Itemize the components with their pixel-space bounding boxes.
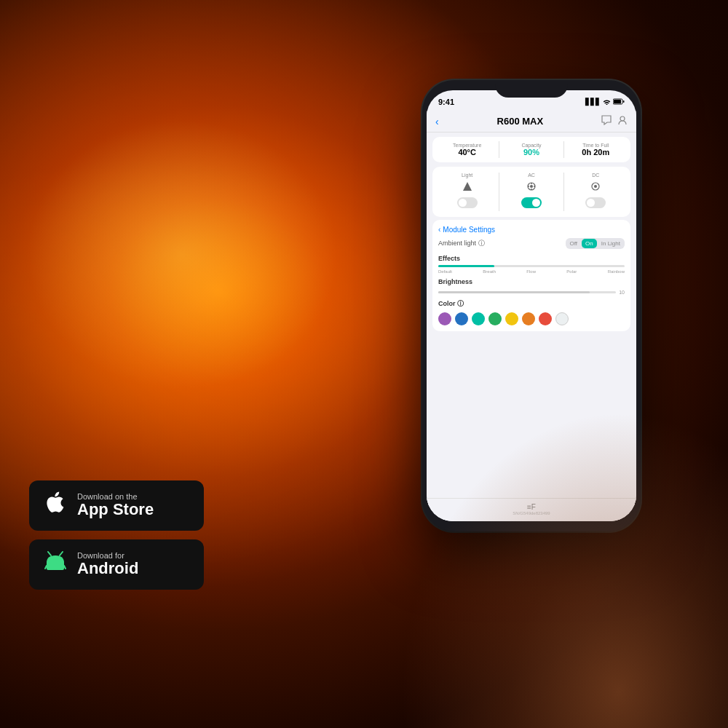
svg-rect-8 — [623, 100, 625, 103]
android-store-text: Download for Android — [77, 551, 138, 577]
stats-row: Temperature 40°C Capacity 90% Time to Fu… — [432, 137, 630, 162]
effect-default: Default — [438, 269, 452, 274]
svg-marker-10 — [463, 182, 472, 191]
capacity-label: Capacity — [502, 143, 560, 148]
dc-control: DC — [564, 173, 628, 211]
color-green[interactable] — [488, 312, 502, 325]
effect-polar: Polar — [566, 269, 577, 274]
temperature-value: 40°C — [438, 148, 496, 157]
effects-slider[interactable] — [438, 265, 625, 267]
brand-logo: ≡F — [427, 503, 636, 511]
color-label: Color ⓘ — [438, 299, 625, 309]
brightness-label: Brightness — [438, 278, 472, 285]
android-large-text: Android — [77, 560, 138, 577]
brightness-slider[interactable] — [438, 291, 616, 293]
effects-label: Effects — [438, 255, 625, 262]
apple-icon — [42, 489, 68, 522]
dc-icon — [567, 181, 625, 194]
time-to-full-value: 0h 20m — [567, 148, 625, 157]
ambient-on-btn[interactable]: On — [582, 239, 597, 248]
effect-flow: Flow — [526, 269, 536, 274]
light-control: Light — [435, 173, 499, 211]
account-icon[interactable] — [617, 115, 628, 127]
ac-control: AC — [499, 173, 563, 211]
ambient-off-btn[interactable]: Off — [566, 239, 582, 248]
device-title: R600 MAX — [497, 116, 544, 127]
module-back-icon: ‹ — [438, 226, 440, 234]
android-store-button[interactable]: Download for Android — [29, 539, 204, 590]
time-to-full-stat: Time to Full 0h 20m — [564, 141, 628, 158]
color-row: Color ⓘ — [438, 299, 625, 325]
time-to-full-label: Time to Full — [567, 143, 625, 148]
battery-icon — [613, 98, 625, 106]
svg-point-14 — [594, 185, 597, 188]
brightness-row: Brightness — [438, 278, 625, 285]
effect-rainbow: Rainbow — [608, 269, 625, 274]
wifi-icon — [603, 98, 611, 106]
dc-label: DC — [567, 173, 625, 178]
effects-labels: Default Breath Flow Polar Rainbow — [438, 269, 625, 274]
temperature-label: Temperature — [438, 143, 496, 148]
color-blue[interactable] — [455, 312, 468, 325]
effect-breath: Breath — [483, 269, 496, 274]
ac-icon — [502, 181, 560, 194]
phone-notch — [495, 80, 568, 98]
store-buttons: Download on the App Store Download for A… — [29, 480, 204, 590]
app-store-large-text: App Store — [77, 501, 154, 518]
phone-screen: 9:41 ▋▋▋ ‹ R600 MA — [427, 90, 636, 521]
svg-rect-7 — [614, 100, 621, 103]
color-orange[interactable] — [522, 312, 535, 325]
color-teal[interactable] — [472, 312, 485, 325]
status-icons: ▋▋▋ — [585, 98, 625, 106]
svg-line-5 — [64, 566, 66, 569]
app-header: ‹ R600 MAX — [427, 111, 636, 132]
ambient-light-label: Ambient light ⓘ — [438, 239, 485, 248]
back-button[interactable]: ‹ — [435, 116, 439, 127]
color-yellow[interactable] — [505, 312, 518, 325]
ac-toggle[interactable] — [521, 197, 542, 208]
controls-row: Light AC — [432, 167, 630, 217]
brightness-value: 10 — [619, 290, 625, 295]
brightness-fill — [438, 291, 590, 293]
app-store-button[interactable]: Download on the App Store — [29, 480, 204, 531]
svg-line-4 — [45, 566, 47, 569]
ambient-in-light-btn[interactable]: In Light — [598, 239, 624, 248]
light-icon — [438, 181, 496, 194]
light-label: Light — [438, 173, 496, 178]
light-toggle[interactable] — [457, 197, 478, 208]
svg-line-3 — [60, 552, 63, 555]
color-red[interactable] — [539, 312, 552, 325]
module-settings-label: Module Settings — [443, 226, 495, 234]
capacity-stat: Capacity 90% — [499, 141, 563, 158]
phone-container: 9:41 ▋▋▋ ‹ R600 MA — [408, 80, 655, 670]
svg-line-2 — [48, 552, 51, 555]
color-purple[interactable] — [438, 312, 451, 325]
capacity-value: 90% — [502, 148, 560, 157]
dc-toggle[interactable] — [585, 197, 606, 208]
app-content: ‹ R600 MAX — [427, 111, 636, 521]
temperature-stat: Temperature 40°C — [435, 141, 499, 158]
phone-mockup: 9:41 ▋▋▋ ‹ R600 MA — [422, 80, 641, 531]
effects-slider-fill — [438, 265, 494, 267]
color-white[interactable] — [555, 312, 569, 325]
ambient-light-row: Ambient light ⓘ Off On In Light — [438, 238, 625, 249]
signal-icon: ▋▋▋ — [585, 98, 601, 106]
message-icon[interactable] — [601, 115, 612, 127]
ac-label: AC — [502, 173, 560, 178]
module-settings-header[interactable]: ‹ Module Settings — [438, 226, 625, 234]
status-time: 9:41 — [438, 98, 454, 106]
android-icon — [42, 548, 68, 581]
app-store-text: Download on the App Store — [77, 492, 154, 518]
svg-point-12 — [530, 185, 533, 188]
phone-footer: ≡F SN/G549de823499 — [427, 498, 636, 521]
module-settings: ‹ Module Settings Ambient light ⓘ Off On… — [432, 220, 630, 331]
svg-point-9 — [620, 116, 625, 121]
main-scene: Download on the App Store Download for A… — [0, 0, 728, 728]
serial-number: SN/G549de823499 — [427, 511, 636, 515]
color-palette — [438, 312, 625, 325]
header-icons — [601, 115, 628, 127]
ambient-segment-control: Off On In Light — [566, 238, 625, 249]
